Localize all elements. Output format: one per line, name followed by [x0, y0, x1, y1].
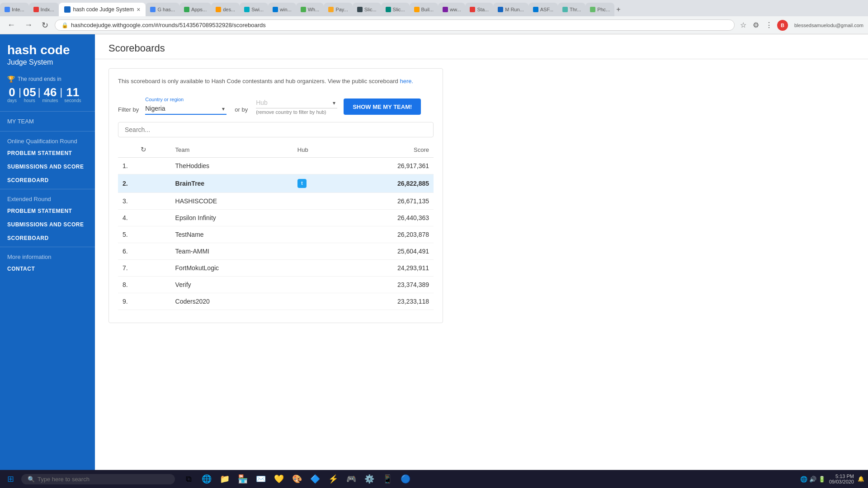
taskbar-search-icon: 🔍: [28, 476, 35, 483]
browser-tab-inactive-6[interactable]: Swi...: [240, 3, 268, 16]
sidebar-my-team[interactable]: MY TEAM: [0, 113, 95, 129]
browser-tab-inactive-3[interactable]: G has...: [146, 3, 179, 16]
browser-tab-inactive-17[interactable]: Thr...: [558, 3, 585, 16]
table-row: 2.BrainTreet26,822,885: [118, 174, 434, 193]
sidebar-logo: hash code Judge System: [0, 34, 95, 71]
scoreboard-panel: This scoreboard is only available to Has…: [108, 68, 443, 323]
toolbar-icons: ☆ ⚙ ⋮ B: [738, 20, 788, 31]
sidebar-ext-problem-statement[interactable]: PROBLEM STATEMENT: [0, 204, 95, 218]
notifications-icon[interactable]: 🔔: [858, 476, 864, 482]
browser-tab-inactive-14[interactable]: Sta...: [465, 3, 493, 16]
scoreboard-search[interactable]: [118, 122, 434, 137]
taskbar-app-edge[interactable]: 🌐: [198, 471, 215, 487]
taskbar-app-phone[interactable]: 📱: [379, 471, 396, 487]
browser-tab-inactive-1[interactable]: Inte...: [0, 3, 29, 16]
timer-sep-3: |: [60, 86, 63, 103]
col-refresh[interactable]: ↻: [136, 142, 171, 158]
minutes-value: 46: [44, 86, 57, 98]
ssl-lock-icon: 🔒: [61, 22, 68, 28]
taskbar-app-cortana[interactable]: ⧉: [180, 471, 197, 487]
tab-label: hash code Judge System: [73, 6, 134, 13]
show-me-team-btn[interactable]: SHOW ME MY TEAM!: [344, 99, 421, 115]
browser-tab-inactive-18[interactable]: Phc...: [585, 3, 614, 16]
browser-tab-inactive-15[interactable]: M Run...: [493, 3, 528, 16]
hub-select[interactable]: Hub: [256, 97, 337, 108]
forward-btn[interactable]: →: [22, 19, 35, 31]
browser-tab-inactive-2[interactable]: Indx...: [29, 3, 59, 16]
team-name-cell: Epsilon Infinity: [171, 210, 293, 226]
rank-cell: 6.: [118, 243, 136, 260]
timer-seconds: 11 seconds: [64, 86, 81, 103]
days-label: days: [7, 98, 17, 103]
country-select[interactable]: Nigeria: [145, 103, 226, 115]
browser-tab-inactive-16[interactable]: ASF...: [528, 3, 558, 16]
hub-filter-group: Hub (remove country to filter by hub): [256, 91, 337, 115]
seconds-value: 11: [66, 86, 79, 98]
taskbar-app-explorer[interactable]: 📁: [217, 471, 233, 487]
scoreboard-table-wrapper: ↻ Team Hub Score 1.TheHoddies26,917,3612…: [118, 142, 434, 314]
clock-time: 5:13 PM: [835, 474, 854, 479]
score-cell: 26,671,135: [339, 193, 434, 210]
rank-cell: 10.: [118, 310, 136, 314]
browser-tab-active[interactable]: hash code Judge System ×: [59, 3, 146, 16]
seconds-label: seconds: [64, 98, 81, 103]
score-cell: 23,225,184: [339, 310, 434, 314]
browser-tab-inactive-7[interactable]: win...: [268, 3, 296, 16]
taskbar-app-mail[interactable]: ✉️: [253, 471, 269, 487]
timer-label: 🏆 The round ends in: [7, 75, 88, 83]
filter-by-label: Filter by: [118, 106, 139, 113]
sidebar-problem-statement[interactable]: PROBLEM STATEMENT: [0, 146, 95, 160]
browser-tab-inactive-11[interactable]: Slic...: [381, 3, 410, 16]
taskbar-app-store[interactable]: 🏪: [235, 471, 251, 487]
profile-avatar[interactable]: B: [777, 20, 788, 31]
empty-col: [136, 210, 171, 226]
hours-value: 05: [23, 86, 36, 98]
taskbar-app-paint[interactable]: 🎨: [289, 471, 305, 487]
taskbar-search-input[interactable]: [38, 476, 169, 483]
sidebar-timer: 🏆 The round ends in 0 days | 05 hours | …: [0, 71, 95, 109]
taskbar-search-box[interactable]: 🔍: [21, 474, 175, 484]
back-btn[interactable]: ←: [5, 19, 18, 31]
new-tab-btn[interactable]: +: [616, 5, 620, 14]
score-cell: 25,604,491: [339, 243, 434, 260]
sidebar-online-qual-label: Online Qualification Round: [0, 133, 95, 146]
table-header: ↻ Team Hub Score: [118, 142, 434, 158]
sidebar-submissions-score[interactable]: SUBMISSIONS AND SCORE: [0, 160, 95, 174]
taskbar-app-sticky[interactable]: 💛: [271, 471, 287, 487]
start-button[interactable]: ⊞: [4, 472, 18, 486]
taskbar-app-terminal[interactable]: ⚡: [325, 471, 341, 487]
menu-btn[interactable]: ⋮: [764, 20, 774, 30]
taskbar-app-settings[interactable]: ⚙️: [361, 471, 377, 487]
rank-cell: 7.: [118, 260, 136, 277]
public-scoreboard-link[interactable]: here.: [400, 78, 413, 84]
bookmark-btn[interactable]: ☆: [738, 20, 748, 30]
taskbar-app-teams[interactable]: 🔵: [397, 471, 414, 487]
score-cell: 23,374,389: [339, 277, 434, 293]
refresh-icon[interactable]: ↻: [141, 145, 146, 153]
sidebar-scoreboard[interactable]: SCOREBOARD: [0, 174, 95, 187]
browser-tab-inactive-13[interactable]: ww...: [438, 3, 465, 16]
reload-btn[interactable]: ↻: [39, 19, 51, 31]
sidebar-ext-submissions-score[interactable]: SUBMISSIONS AND SCORE: [0, 218, 95, 231]
table-row: 5.TestName26,203,878: [118, 226, 434, 243]
address-bar[interactable]: 🔒 hashcodejudge.withgoogle.com/#/rounds/…: [55, 19, 735, 31]
or-by-text: or by: [235, 106, 248, 113]
sidebar-ext-scoreboard[interactable]: SCOREBOARD: [0, 231, 95, 245]
rank-cell: 2.: [118, 174, 136, 193]
hours-label: hours: [24, 98, 35, 103]
extension-btn[interactable]: ⚙: [751, 20, 761, 30]
browser-tab-inactive-4[interactable]: Apps...: [179, 3, 211, 16]
tab-close-btn[interactable]: ×: [137, 6, 140, 13]
browser-tab-inactive-9[interactable]: Pay...: [324, 3, 352, 16]
table-row: 3.HASHISCODE26,671,135: [118, 193, 434, 210]
browser-tab-inactive-10[interactable]: Slic...: [353, 3, 381, 16]
team-name-cell: TheHoddies: [171, 158, 293, 174]
taskbar-app-vscode[interactable]: 🔷: [307, 471, 323, 487]
browser-tab-inactive-8[interactable]: Wh...: [296, 3, 324, 16]
clock-date: 09/03/2020: [829, 479, 854, 484]
sidebar-contact[interactable]: CONTACT: [0, 262, 95, 276]
address-text: hashcodejudge.withgoogle.com/#/rounds/51…: [71, 22, 266, 28]
browser-tab-inactive-5[interactable]: des...: [211, 3, 240, 16]
browser-tab-inactive-12[interactable]: Buil...: [410, 3, 439, 16]
taskbar-app-game[interactable]: 🎮: [343, 471, 359, 487]
